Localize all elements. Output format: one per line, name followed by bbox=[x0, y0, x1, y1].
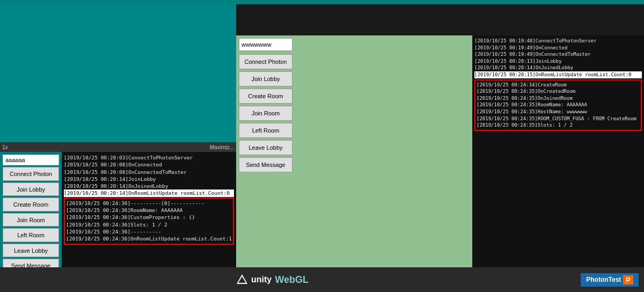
right-log-line-2: [2019/10/25 00:19:49]OnConnected bbox=[474, 45, 642, 52]
left-box-line-1: [2019/10/25 00:24:36]----------[0]------… bbox=[66, 200, 232, 207]
left-create-room-button[interactable]: Create Room bbox=[3, 198, 59, 211]
bottom-bar: unity WebGL PhotonTest P bbox=[0, 267, 644, 292]
unity-logo: unity WebGL bbox=[236, 274, 309, 286]
right-buttons-col: Connect Photon Join Lobby Create Room Jo… bbox=[236, 35, 295, 267]
right-log-line-1: [2019/10/25 00:19:48]ConnectToPhotonServ… bbox=[474, 38, 642, 45]
right-log-box: [2019/10/25 00:24:34]CreateRoom [2019/10… bbox=[474, 79, 642, 131]
left-box-line-2: [2019/10/25 00:24:36]RoomName: AAAAAAA bbox=[66, 207, 232, 214]
right-log-line-4: [2019/10/25 00:20:13]JoinLobby bbox=[474, 58, 642, 65]
green-center-area bbox=[295, 35, 472, 267]
right-box-line-5: [2019/10/25 00:24:35]HostName: wwwwwww bbox=[477, 108, 640, 115]
top-bar bbox=[0, 0, 644, 4]
left-log-area: [2019/10/25 00:20:03]ConnectToPhotonServ… bbox=[62, 152, 236, 275]
right-log-line-6: [2019/10/25 00:20:15]OnRoomListUpdate ro… bbox=[474, 71, 642, 78]
left-ui-panel: Connect Photon Join Lobby Create Room Jo… bbox=[0, 152, 62, 275]
left-connect-photon-button[interactable]: Connect Photon bbox=[3, 167, 59, 181]
right-left-room-button[interactable]: Left Room bbox=[239, 123, 292, 138]
scale-left: 1x bbox=[2, 144, 8, 150]
right-box-line-1: [2019/10/25 00:24:34]CreateRoom bbox=[477, 82, 640, 89]
right-connect-photon-button[interactable]: Connect Photon bbox=[239, 54, 292, 69]
right-box-line-7: [2019/10/25 00:24:35]Slots: 1 / 2 bbox=[477, 122, 640, 129]
left-leave-lobby-button[interactable]: Leave Lobby bbox=[3, 244, 59, 258]
left-log-line-6: [2019/10/25 00:20:14]OnRoomListUpdate ro… bbox=[64, 189, 234, 196]
right-leave-lobby-button[interactable]: Leave Lobby bbox=[239, 140, 292, 155]
left-log-line-1: [2019/10/25 00:20:03]ConnectToPhotonServ… bbox=[64, 154, 234, 161]
right-join-lobby-button[interactable]: Join Lobby bbox=[239, 71, 292, 86]
right-create-room-button[interactable]: Create Room bbox=[239, 89, 292, 104]
left-join-lobby-button[interactable]: Join Lobby bbox=[3, 182, 59, 196]
right-log-line-3: [2019/10/25 00:19:49]OnConnectedToMaster bbox=[474, 51, 642, 58]
left-left-room-button[interactable]: Left Room bbox=[3, 228, 59, 242]
left-box-line-6: [2019/10/25 00:24:36]OnRoomListUpdate ro… bbox=[66, 235, 232, 242]
unity-label: unity bbox=[251, 275, 272, 284]
right-send-message-button[interactable]: Send Message bbox=[239, 157, 292, 172]
unity-icon bbox=[236, 274, 248, 286]
left-log-line-2: [2019/10/25 00:20:08]OnConnected bbox=[64, 161, 234, 168]
left-log-line-3: [2019/10/25 00:20:08]OnConnectedToMaster bbox=[64, 169, 234, 176]
scale-indicator: 1x Maximiz... bbox=[0, 142, 236, 152]
left-join-room-button[interactable]: Join Room bbox=[3, 213, 59, 227]
photon-p-icon: P bbox=[623, 275, 633, 284]
left-game-area bbox=[0, 4, 236, 147]
right-join-room-button[interactable]: Join Room bbox=[239, 106, 292, 121]
left-box-line-3: [2019/10/25 00:24:36]CustomProperties : … bbox=[66, 214, 232, 221]
left-log-line-4: [2019/10/25 00:20:14]JoinLobby bbox=[64, 176, 234, 182]
photon-label: PhotonTest bbox=[586, 276, 621, 283]
left-log-line-5: [2019/10/25 00:20:14]OnJoinedLobby bbox=[64, 182, 234, 189]
right-box-line-6: [2019/10/25 00:24:35]ROOM_CUSTOM_FUGA : … bbox=[477, 115, 640, 122]
right-box-line-4: [2019/10/25 00:24:35]RoomName: AAAAAAA bbox=[477, 101, 640, 108]
webgl-label: WebGL bbox=[275, 274, 309, 286]
photon-badge: PhotonTest P bbox=[581, 273, 639, 287]
left-name-input[interactable] bbox=[3, 155, 59, 165]
right-box-line-3: [2019/10/25 00:24:35]OnJoinedRoom bbox=[477, 95, 640, 102]
right-log-area: [2019/10/25 00:19:48]ConnectToPhotonServ… bbox=[472, 35, 644, 267]
left-box-line-4: [2019/10/25 00:24:36]Slots: 1 / 2 bbox=[66, 221, 232, 228]
scale-right: Maximiz... bbox=[210, 144, 234, 150]
left-box-line-5: [2019/10/25 00:24:36]---------- bbox=[66, 228, 232, 235]
right-log-line-5: [2019/10/25 00:20:14]OnJoinedLobby bbox=[474, 64, 642, 71]
left-log-box: [2019/10/25 00:24:36]----------[0]------… bbox=[64, 198, 234, 245]
right-name-input[interactable] bbox=[239, 38, 292, 51]
right-box-line-2: [2019/10/25 00:24:35]OnCreatedRoom bbox=[477, 88, 640, 95]
main-top-bar bbox=[236, 4, 644, 35]
right-section: Connect Photon Join Lobby Create Room Jo… bbox=[236, 35, 644, 267]
